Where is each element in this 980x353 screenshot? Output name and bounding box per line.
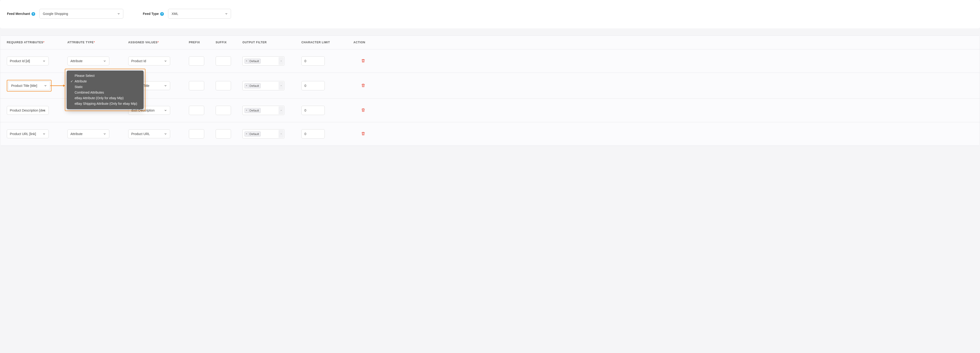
col-suffix: SUFFIX — [216, 41, 242, 44]
feed-type-group: Feed Type? XML — [143, 9, 231, 19]
filter-chip[interactable]: ×Default — [245, 59, 261, 63]
chevron-down-icon — [44, 84, 47, 87]
suffix-input[interactable] — [216, 81, 231, 90]
filter-chip[interactable]: ×Default — [245, 131, 261, 136]
feed-merchant-select[interactable]: Google Shopping — [40, 9, 123, 19]
col-assigned: ASSIGNED VALUES* — [128, 41, 189, 44]
charlimit-input[interactable] — [301, 129, 325, 139]
delete-button[interactable] — [361, 108, 365, 113]
required-attribute-value: Product URL [link] — [10, 132, 36, 136]
dropdown-item[interactable]: Attribute — [70, 79, 139, 84]
chevron-down-icon — [278, 130, 284, 138]
chevron-down-icon — [164, 59, 167, 63]
assigned-value-select[interactable]: Product Id — [128, 57, 170, 65]
chevron-down-icon — [43, 132, 46, 136]
col-required: REQUIRED ATTRIBUTES* — [7, 41, 67, 44]
chevron-down-icon — [43, 59, 46, 63]
attribute-type-select[interactable]: Attribute — [67, 57, 109, 65]
dropdown-item[interactable]: eBay Shipping Attribute (Only for ebay M… — [70, 101, 139, 106]
feed-merchant-value: Google Shopping — [43, 12, 68, 16]
feed-type-label: Feed Type? — [143, 12, 164, 16]
feed-merchant-group: Feed Merchant? Google Shopping — [7, 9, 123, 19]
table-row: Product Title [title] Attribute Product … — [0, 73, 980, 99]
prefix-input[interactable] — [189, 81, 204, 90]
output-filter-select[interactable]: ×Default — [242, 56, 285, 66]
feed-config-panel: Feed Merchant? Google Shopping Feed Type… — [0, 0, 980, 28]
chevron-down-icon — [103, 132, 106, 136]
help-icon[interactable]: ? — [160, 12, 164, 16]
delete-button[interactable] — [361, 131, 365, 136]
filter-chip[interactable]: ×Default — [245, 83, 261, 88]
dropdown-item[interactable]: eBay Attribute (Only for ebay Mip) — [70, 95, 139, 101]
required-attribute-select[interactable]: Product URL [link] — [7, 130, 49, 138]
chevron-down-icon — [164, 84, 167, 87]
attribute-type-dropdown[interactable]: Please Select Attribute Static Combined … — [67, 71, 143, 109]
required-attribute-select[interactable]: Product Id [id] — [7, 57, 49, 65]
attribute-type-select[interactable]: Attribute — [67, 130, 109, 138]
required-attribute-select[interactable]: Product Title [title] — [8, 81, 50, 90]
col-prefix: PREFIX — [189, 41, 216, 44]
delete-button[interactable] — [361, 83, 365, 88]
delete-button[interactable] — [361, 59, 365, 63]
chevron-down-icon — [278, 82, 284, 90]
dropdown-item[interactable]: Static — [70, 84, 139, 90]
table-header-row: REQUIRED ATTRIBUTES* ATTRIBUTE TYPE* ASS… — [0, 36, 980, 49]
prefix-input[interactable] — [189, 106, 204, 115]
attribute-type-value: Attribute — [70, 59, 83, 63]
feed-merchant-label: Feed Merchant? — [7, 12, 35, 16]
output-filter-select[interactable]: ×Default — [242, 81, 285, 90]
chip-remove-icon[interactable]: × — [246, 84, 248, 87]
filter-chip[interactable]: ×Default — [245, 108, 261, 113]
required-attribute-value: Product Title [title] — [11, 84, 37, 87]
chevron-down-icon — [225, 12, 228, 15]
prefix-input[interactable] — [189, 129, 204, 139]
attributes-table: REQUIRED ATTRIBUTES* ATTRIBUTE TYPE* ASS… — [0, 35, 980, 146]
charlimit-input[interactable] — [301, 81, 325, 90]
table-row: Product Id [id] Attribute Product Id ×De… — [0, 49, 980, 73]
feed-type-select[interactable]: XML — [168, 9, 231, 19]
feed-type-value: XML — [172, 12, 178, 16]
attribute-type-value: Attribute — [70, 132, 83, 136]
col-attrtype: ATTRIBUTE TYPE* — [67, 41, 128, 44]
output-filter-select[interactable]: ×Default — [242, 129, 285, 139]
chip-remove-icon[interactable]: × — [246, 109, 248, 112]
suffix-input[interactable] — [216, 106, 231, 115]
assigned-value-select[interactable]: Product URL — [128, 130, 170, 138]
chevron-down-icon — [43, 109, 46, 112]
assigned-value: Product Id — [131, 59, 146, 63]
chip-remove-icon[interactable]: × — [246, 132, 248, 136]
required-attribute-select[interactable]: Product Description [des — [7, 106, 49, 115]
col-action: ACTION — [347, 41, 365, 44]
chip-remove-icon[interactable]: × — [246, 59, 248, 63]
assigned-value: Product URL — [131, 132, 150, 136]
dropdown-item[interactable]: Combined Attributes — [70, 90, 139, 95]
annotation-arrow — [50, 84, 65, 87]
suffix-input[interactable] — [216, 56, 231, 66]
chevron-down-icon — [164, 109, 167, 112]
charlimit-input[interactable] — [301, 106, 325, 115]
output-filter-select[interactable]: ×Default — [242, 106, 285, 115]
required-attribute-value: Product Id [id] — [10, 59, 30, 63]
chevron-down-icon — [117, 12, 120, 15]
table-row: Product Description [des Attribute duct … — [0, 99, 980, 122]
col-charlimit: CHARACTER LIMIT — [301, 41, 347, 44]
chevron-down-icon — [278, 57, 284, 65]
dropdown-item[interactable]: Please Select — [70, 73, 139, 79]
col-output: OUTPUT FILTER — [242, 41, 301, 44]
chevron-down-icon — [278, 106, 284, 114]
chevron-down-icon — [103, 59, 106, 63]
chevron-down-icon — [164, 132, 167, 136]
help-icon[interactable]: ? — [32, 12, 35, 16]
required-attribute-value: Product Description [des — [10, 109, 45, 112]
suffix-input[interactable] — [216, 129, 231, 139]
table-row: Product URL [link] Attribute Product URL… — [0, 122, 980, 146]
charlimit-input[interactable] — [301, 56, 325, 66]
prefix-input[interactable] — [189, 56, 204, 66]
